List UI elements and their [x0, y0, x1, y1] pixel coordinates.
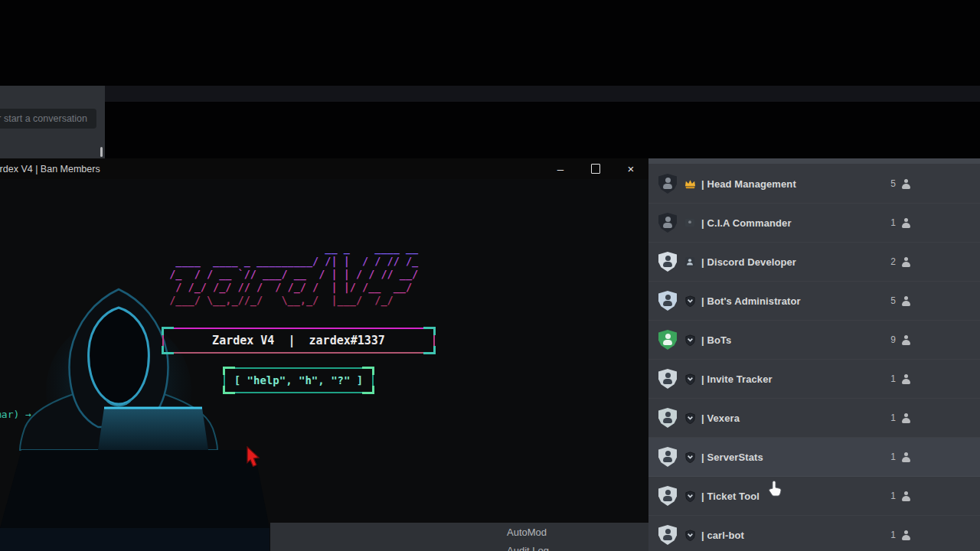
role-row[interactable]: | Vexera1	[648, 399, 980, 438]
member-person-icon	[900, 452, 911, 463]
role-row[interactable]: | BoTs9	[648, 321, 980, 360]
role-row[interactable]: | Head Management5	[648, 165, 980, 204]
member-count: 1	[888, 530, 896, 540]
role-shield-badge-icon	[658, 525, 677, 545]
member-count: 2	[888, 256, 896, 267]
discord-settings-panel: AutoMod Audit Log	[270, 523, 648, 551]
member-count-group: 5	[888, 178, 911, 190]
settings-item-audit-log[interactable]: Audit Log	[507, 545, 549, 551]
member-count-group: 1	[888, 412, 911, 424]
member-count: 1	[888, 452, 896, 462]
box-corner	[423, 327, 436, 335]
minimize-icon: –	[557, 163, 564, 174]
shield-emoji-icon	[684, 451, 696, 463]
role-row[interactable]: | ServerStats1	[648, 438, 980, 477]
role-name: | Discord Developer	[701, 256, 796, 268]
box-corner	[223, 367, 235, 375]
member-count-group: 1	[888, 491, 911, 502]
role-shield-badge-icon	[658, 330, 677, 350]
member-count: 1	[888, 491, 896, 501]
screen: Find or start a conversation Zardex V4 |…	[0, 0, 980, 551]
role-shield-badge-icon	[658, 408, 677, 428]
member-count-group: 9	[888, 334, 911, 346]
member-person-icon	[900, 256, 911, 268]
member-count-group: 1	[888, 530, 911, 541]
member-person-icon	[900, 373, 911, 385]
shield-emoji-icon	[684, 529, 696, 541]
member-person-icon	[900, 295, 911, 307]
maximize-icon	[591, 164, 600, 174]
role-row[interactable]: | Bot's Administrator5	[648, 282, 980, 321]
terminal-window: Zardex V4 | Ban Members – ×	[0, 158, 648, 551]
member-count-group: 1	[888, 217, 911, 229]
role-shield-badge-icon	[658, 252, 677, 272]
member-person-icon	[900, 412, 911, 424]
role-name: | carl-bot	[701, 530, 744, 541]
minimize-button[interactable]: –	[543, 158, 578, 179]
box-corner	[223, 386, 235, 394]
terminal-titlebar[interactable]: Zardex V4 | Ban Members – ×	[0, 158, 648, 179]
role-shield-badge-icon	[658, 213, 677, 233]
maximize-button[interactable]	[578, 158, 613, 179]
role-shield-badge-icon	[658, 291, 677, 311]
box-corner	[162, 346, 174, 354]
faint-emoji-icon	[684, 217, 696, 229]
member-person-icon	[900, 491, 911, 502]
shield-emoji-icon	[684, 295, 696, 307]
member-count-group: 1	[888, 373, 911, 385]
role-row[interactable]: | Ticket Tool1	[648, 477, 980, 516]
box-corner	[362, 367, 374, 375]
role-row[interactable]: | Invite Tracker1	[648, 360, 980, 399]
ascii-line: / /_/ /_/ // / / /_/ / | |/ /__ __/	[163, 281, 424, 294]
role-shield-badge-icon	[658, 447, 677, 467]
role-name: | Head Management	[701, 178, 796, 190]
member-person-icon	[900, 217, 911, 229]
identity-box: Zardex V4 | zardex#1337	[162, 328, 435, 354]
shield-emoji-icon	[684, 373, 696, 385]
shield-emoji-icon	[684, 490, 696, 502]
background-strip	[0, 86, 980, 102]
red-arrow-cursor	[247, 446, 263, 467]
hand-cursor	[768, 480, 784, 497]
role-shield-badge-icon	[658, 174, 677, 194]
member-count-group: 1	[888, 452, 911, 463]
dev-emoji-icon	[684, 256, 696, 268]
role-name: | Bot's Administrator	[701, 295, 801, 307]
window-title-wrap: Zardex V4 | Ban Members	[0, 158, 543, 179]
help-text: [ "help", "h", "?" ]	[234, 374, 364, 386]
member-count-group: 2	[888, 256, 911, 268]
role-shield-badge-icon	[658, 369, 677, 389]
close-button[interactable]: ×	[613, 158, 648, 179]
role-row[interactable]: | C.I.A Commander1	[648, 204, 980, 243]
ascii-line: /___/ \__,_//_/ \__,_/ |___/ /_/	[163, 294, 424, 307]
member-count-group: 5	[888, 295, 911, 307]
member-person-icon	[900, 178, 911, 190]
scrollbar-thumb[interactable]	[100, 147, 103, 157]
box-corner	[362, 386, 374, 394]
member-person-icon	[900, 530, 911, 541]
help-box: [ "help", "h", "?" ]	[224, 367, 374, 393]
settings-item-automod[interactable]: AutoMod	[507, 527, 547, 538]
role-row[interactable]: | Discord Developer2	[648, 243, 980, 282]
role-name: | Ticket Tool	[701, 491, 760, 502]
role-shield-badge-icon	[658, 486, 677, 506]
search-placeholder: Find or start a conversation	[0, 113, 96, 124]
ascii-line: /_ / / __ `// ___/ __ / | | / / // __/	[163, 268, 424, 281]
box-corner	[162, 327, 174, 335]
window-title: Zardex V4 | Ban Members	[0, 164, 100, 174]
search-input[interactable]: Find or start a conversation	[0, 109, 96, 129]
member-count: 5	[888, 295, 896, 306]
member-count: 1	[888, 217, 896, 228]
ascii-line: ____ ____ _ _________/ /| | / / // /_	[163, 255, 424, 268]
member-count: 5	[888, 178, 896, 189]
roles-panel-top-edge	[648, 158, 980, 164]
role-row[interactable]: | carl-bot1	[648, 516, 980, 551]
member-count: 1	[888, 412, 896, 423]
role-name: | C.I.A Commander	[701, 217, 792, 229]
roles-panel: | Head Management5| C.I.A Commander1| Di…	[648, 158, 980, 551]
hacker-illustration	[0, 283, 276, 551]
ascii-art: __ _ ____ __ ____ ____ _ _________/ /| |…	[163, 242, 424, 307]
identity-text: Zardex V4 | zardex#1337	[212, 334, 385, 347]
roles-list: | Head Management5| C.I.A Commander1| Di…	[648, 165, 980, 551]
close-icon: ×	[628, 163, 635, 174]
